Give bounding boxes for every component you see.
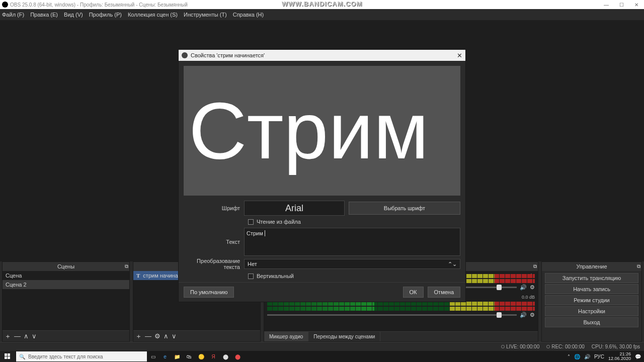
scene-up-button[interactable]: ∧	[24, 332, 29, 340]
scenes-panel: Сцены⧉ Сцена Сцена 2 ＋ — ∧ ∨	[2, 261, 130, 342]
controls-title: Управление	[576, 263, 607, 269]
read-from-file-checkbox[interactable]	[248, 219, 254, 225]
status-bar: LIVE: 00:00:00 REC: 00:00:00 CPU: 9.6%, …	[0, 342, 644, 351]
obs-taskbar-icon[interactable]: ⬤	[219, 351, 231, 362]
preview-text: Стрим	[189, 90, 429, 171]
svg-rect-1	[8, 353, 10, 356]
ok-button[interactable]: ОК	[403, 287, 424, 298]
source-settings-button[interactable]: ⚙	[154, 332, 160, 340]
taskbar: 🔍 Введите здесь текст для поиска ▭ e 📁 🛍…	[0, 351, 644, 362]
scene-down-button[interactable]: ∨	[32, 332, 37, 340]
text-source-icon: T	[136, 273, 140, 279]
remove-source-button[interactable]: —	[145, 332, 151, 340]
svg-rect-0	[5, 353, 7, 356]
cpu-status: CPU: 9.6%, 30.00 fps	[592, 344, 640, 349]
audio-meter	[267, 307, 535, 311]
speaker-icon[interactable]: 🔊	[520, 284, 527, 291]
remove-scene-button[interactable]: —	[14, 332, 21, 340]
settings-button[interactable]: Настройки	[545, 306, 638, 316]
controls-panel: Управление⧉ Запустить трансляцию Начать …	[541, 261, 642, 342]
font-display: Arial	[244, 201, 345, 216]
notifications-icon[interactable]: 💬	[635, 354, 641, 359]
clock[interactable]: 21:26 12.06.2020	[608, 352, 631, 361]
text-label: Текст	[184, 239, 244, 245]
menu-view[interactable]: Вид (V)	[64, 12, 83, 18]
start-stream-button[interactable]: Запустить трансляцию	[545, 273, 638, 283]
edge-icon[interactable]: e	[159, 351, 171, 362]
volume-slider[interactable]	[267, 314, 517, 316]
system-tray: ˄ 🌐 🔊 РУС 21:26 12.06.2020 💬	[565, 352, 644, 361]
dialog-titlebar: Свойства 'стрим начинается' ✕	[179, 50, 465, 61]
source-up-button[interactable]: ∧	[164, 332, 169, 340]
live-status: LIVE: 00:00:00	[501, 344, 539, 349]
gear-icon[interactable]: ⚙	[530, 312, 535, 318]
menu-file[interactable]: Файл (F)	[2, 12, 24, 18]
tab-audio-mixer[interactable]: Микшер аудио	[264, 332, 308, 341]
search-placeholder: Введите здесь текст для поиска	[28, 354, 103, 359]
db-value: 0.0 dB	[522, 295, 535, 300]
source-down-button[interactable]: ∨	[172, 332, 177, 340]
record-icon[interactable]: ⬤	[231, 351, 244, 362]
vertical-checkbox[interactable]	[248, 274, 254, 279]
store-icon[interactable]: 🛍	[183, 351, 195, 362]
menu-tools[interactable]: Инструменты (T)	[184, 12, 227, 18]
window-title: OBS 25.0.8 (64-bit, windows) - Профиль: …	[10, 2, 188, 8]
tray-chevron-icon[interactable]: ˄	[568, 354, 570, 359]
network-icon[interactable]: 🌐	[574, 354, 580, 359]
add-scene-button[interactable]: ＋	[5, 332, 11, 341]
dialog-close-button[interactable]: ✕	[457, 52, 462, 59]
dialog-icon	[182, 52, 188, 58]
svg-rect-3	[8, 356, 10, 359]
watermark: WWW.BANDICAM.COM	[282, 0, 362, 8]
task-view-button[interactable]: ▭	[147, 351, 159, 362]
font-label: Шрифт	[184, 205, 244, 211]
scene-item[interactable]: Сцена 2	[3, 280, 129, 289]
search-icon: 🔍	[19, 354, 25, 359]
speaker-icon[interactable]: 🔊	[520, 312, 527, 318]
menu-help[interactable]: Справка (H)	[233, 12, 264, 18]
language-indicator[interactable]: РУС	[594, 354, 604, 359]
app-icon[interactable]: 🟡	[195, 351, 207, 362]
svg-rect-2	[5, 356, 7, 359]
start-record-button[interactable]: Начать запись	[545, 284, 638, 294]
undock-icon[interactable]: ⧉	[125, 263, 128, 269]
exit-button[interactable]: Выход	[545, 317, 638, 327]
menu-edit[interactable]: Правка (E)	[30, 12, 58, 18]
minimize-button[interactable]: —	[599, 0, 614, 9]
menu-profile[interactable]: Профиль (P)	[89, 12, 122, 18]
read-from-file-label: Чтение из файла	[257, 219, 301, 225]
volume-icon[interactable]: 🔊	[584, 354, 590, 359]
close-button[interactable]: ✕	[629, 0, 644, 9]
rec-status: REC: 00:00:00	[546, 344, 585, 349]
gear-icon[interactable]: ⚙	[530, 284, 535, 291]
yandex-icon[interactable]: Я	[207, 351, 219, 362]
search-input[interactable]: 🔍 Введите здесь текст для поиска	[16, 351, 147, 361]
chevron-down-icon: ⌃⌄	[448, 261, 457, 267]
rec-dot-icon	[546, 345, 550, 348]
start-button[interactable]	[0, 351, 15, 362]
defaults-button[interactable]: По умолчанию	[184, 287, 234, 298]
menu-scene-collection[interactable]: Коллекция сцен (S)	[128, 12, 178, 18]
cancel-button[interactable]: Отмена	[428, 287, 460, 298]
menu-bar: Файл (F) Правка (E) Вид (V) Профиль (P) …	[0, 9, 644, 20]
app-icon	[2, 2, 8, 8]
choose-font-button[interactable]: Выбрать шрифт	[349, 202, 460, 215]
undock-icon[interactable]: ⧉	[637, 263, 640, 269]
tab-transitions[interactable]: Переходы между сценами	[308, 332, 380, 341]
audio-meter	[267, 302, 535, 306]
transform-select[interactable]: Нет⌃⌄	[244, 259, 460, 269]
explorer-icon[interactable]: 📁	[171, 351, 183, 362]
text-input[interactable]: Стрим	[244, 228, 460, 256]
text-preview: Стрим	[184, 66, 460, 196]
transform-label: Преобразование текста	[184, 258, 244, 270]
studio-mode-button[interactable]: Режим студии	[545, 295, 638, 305]
undock-icon[interactable]: ⧉	[533, 263, 537, 269]
window-titlebar: OBS 25.0.8 (64-bit, windows) - Профиль: …	[0, 0, 644, 9]
scenes-title: Сцены	[57, 263, 74, 269]
maximize-button[interactable]: ☐	[614, 0, 629, 9]
properties-dialog: Свойства 'стрим начинается' ✕ Стрим Шриф…	[178, 49, 466, 302]
add-source-button[interactable]: ＋	[135, 332, 142, 341]
live-dot-icon	[501, 345, 505, 348]
vertical-label: Вертикальный	[257, 273, 294, 279]
scene-item[interactable]: Сцена	[3, 271, 129, 280]
